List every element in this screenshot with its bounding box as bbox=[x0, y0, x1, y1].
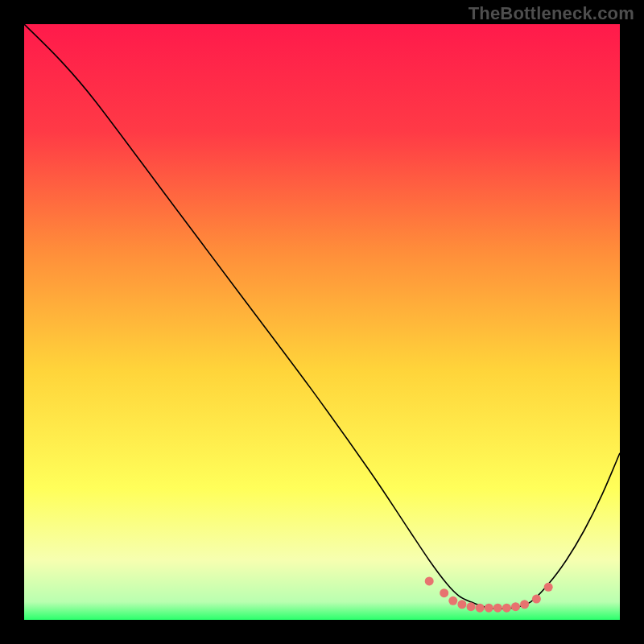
watermark-text: TheBottleneck.com bbox=[469, 3, 634, 24]
marker-dot bbox=[511, 602, 520, 611]
marker-dot bbox=[425, 576, 434, 585]
plot-area bbox=[24, 24, 620, 620]
marker-dot bbox=[493, 604, 502, 613]
marker-dot bbox=[532, 595, 541, 604]
marker-dot bbox=[520, 600, 529, 609]
marker-dot bbox=[485, 604, 493, 613]
chart-svg bbox=[24, 24, 620, 620]
marker-dot bbox=[440, 588, 448, 597]
marker-dot bbox=[502, 604, 511, 613]
marker-dot bbox=[544, 583, 553, 592]
marker-dot bbox=[448, 597, 457, 605]
chart-stage: TheBottleneck.com bbox=[0, 0, 644, 644]
marker-dot bbox=[476, 604, 485, 613]
chart-background bbox=[24, 24, 620, 620]
marker-dot bbox=[457, 600, 466, 609]
marker-dot bbox=[467, 602, 476, 611]
